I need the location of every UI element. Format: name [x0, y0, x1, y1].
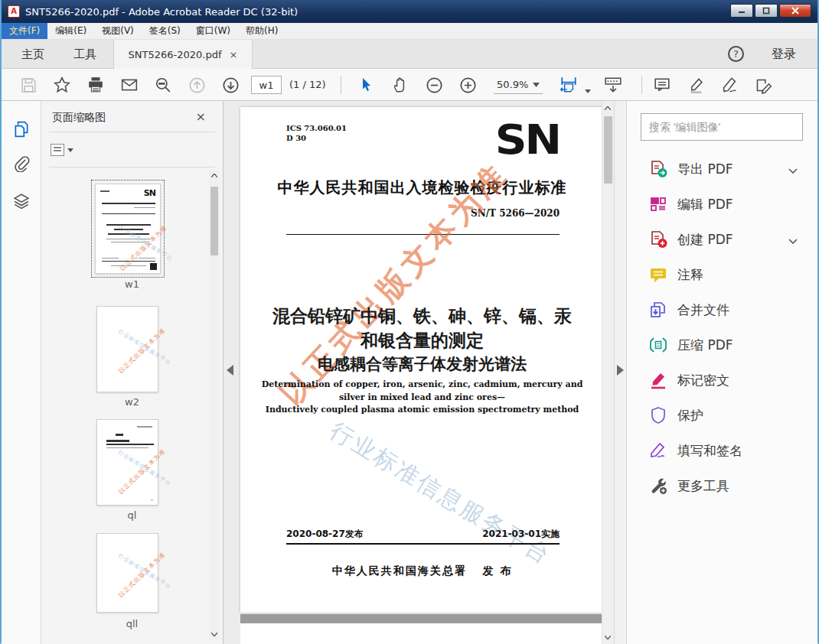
- document-scrollbar[interactable]: [602, 101, 613, 644]
- hand-tool-icon[interactable]: [390, 75, 410, 95]
- page-thumbnails-panel-icon[interactable]: [11, 119, 31, 139]
- ics-code: ICS 73.060.01 D 30: [286, 124, 347, 143]
- doc-title-english1: Determination of copper, iron, arsenic, …: [240, 379, 604, 389]
- thumbnail-page-4[interactable]: 以正式出版文本为准 行业标准信息服务平台: [96, 533, 158, 613]
- watermark-blue: 行业标准信息服务平台: [324, 415, 556, 572]
- thumbnails-panel-close-icon[interactable]: ×: [196, 109, 206, 124]
- fill-sign-tool-icon[interactable]: [719, 75, 739, 95]
- tool-fill-sign[interactable]: 填写和签名: [627, 433, 817, 468]
- more-tools-toolbar-icon[interactable]: [753, 75, 773, 95]
- standard-heading: 中华人民共和国出入境检验检疫行业标准: [240, 177, 604, 198]
- next-page-icon[interactable]: [220, 75, 240, 95]
- favorite-star-icon[interactable]: [52, 75, 72, 95]
- tab-tools[interactable]: 工具: [66, 40, 104, 69]
- zoom-in-icon[interactable]: [458, 75, 478, 95]
- compress-pdf-icon: [648, 335, 668, 355]
- menu-file[interactable]: 文件(F): [2, 23, 47, 39]
- scrollbar-thumb[interactable]: [604, 116, 612, 184]
- page-number-input[interactable]: [251, 76, 282, 94]
- tool-combine-files[interactable]: 合并文件: [627, 292, 817, 327]
- publisher-line: 中华人民共和国海关总署 发 布: [240, 564, 604, 578]
- menu-help[interactable]: 帮助(H): [238, 23, 286, 39]
- scrollbar-thumb[interactable]: [210, 187, 218, 255]
- collapse-left-panel-icon[interactable]: [227, 365, 233, 376]
- menu-window[interactable]: 窗口(W): [188, 23, 238, 39]
- tool-export-pdf[interactable]: 导出 PDF: [627, 151, 817, 187]
- thumbnail-page-3[interactable]: 以正式出版文本为准 行业标准信息服务平台: [96, 419, 158, 506]
- thumbnail-page-1[interactable]: SN 以正式出版文本为准 行业标准信息服务平台: [95, 184, 161, 274]
- create-pdf-icon: [648, 229, 668, 249]
- thumbnails-options-button[interactable]: [51, 141, 77, 159]
- expand-right-panel-icon[interactable]: [617, 365, 624, 376]
- thumbnail-label: qll: [41, 618, 223, 629]
- issue-date: 2020-08-27发布: [286, 528, 364, 541]
- thumbnails-panel: 页面缩略图 × SN 以正式出版文本为准: [41, 101, 224, 644]
- menu-sign[interactable]: 签名(S): [142, 23, 188, 39]
- page-separator: [240, 614, 604, 623]
- fit-width-chevron-icon[interactable]: [585, 82, 591, 96]
- sn-logo: SN: [495, 119, 560, 160]
- previous-page-icon[interactable]: [187, 75, 207, 95]
- scroll-up-icon[interactable]: [602, 104, 613, 112]
- zoom-out-icon[interactable]: [424, 75, 444, 95]
- fill-sign-icon: [648, 441, 668, 460]
- tool-compress-pdf[interactable]: 压缩 PDF: [627, 327, 817, 363]
- tools-search-input[interactable]: [641, 113, 803, 141]
- tab-document[interactable]: SNT5266-2020.pdf ×: [113, 40, 253, 69]
- login-button[interactable]: 登录: [772, 47, 796, 63]
- minimize-button[interactable]: [730, 4, 753, 18]
- tool-more-tools[interactable]: 更多工具: [627, 468, 817, 503]
- thumbnails-panel-title: 页面缩略图: [52, 111, 106, 125]
- fit-width-icon[interactable]: [559, 75, 579, 95]
- thumbnail-label: ql: [41, 509, 223, 521]
- menu-view[interactable]: 视图(V): [94, 23, 142, 39]
- tool-edit-pdf[interactable]: 编辑 PDF: [627, 187, 817, 222]
- comment-icon: [648, 265, 668, 285]
- layers-panel-icon[interactable]: [11, 191, 31, 211]
- menu-edit[interactable]: 编辑(E): [47, 23, 94, 39]
- help-icon[interactable]: ?: [728, 46, 744, 62]
- protect-icon: [648, 405, 668, 425]
- export-pdf-icon: [648, 159, 668, 179]
- scroll-up-icon[interactable]: [209, 171, 220, 179]
- close-button[interactable]: [779, 4, 811, 18]
- tab-bar: 主页 工具 SNT5266-2020.pdf × ? 登录: [2, 40, 817, 69]
- scroll-down-icon[interactable]: [602, 633, 613, 641]
- thumbnails-scrollbar[interactable]: [209, 170, 220, 639]
- left-rail: [2, 101, 41, 644]
- thumbnail-label: w2: [41, 396, 223, 408]
- doc-dates: 2020-08-27发布 2021-03-01实施: [286, 528, 560, 541]
- chevron-down-icon[interactable]: [788, 233, 798, 247]
- comment-tool-icon[interactable]: [652, 75, 672, 95]
- title-bar: A SNT5266-2020.pdf - Adobe Acrobat Reade…: [2, 0, 817, 23]
- tool-create-pdf[interactable]: 创建 PDF: [627, 222, 817, 257]
- highlight-tool-icon[interactable]: [686, 75, 706, 95]
- document-area: ICS 73.060.01 D 30 SN 中华人民共和国出入境检验检疫行业标准…: [224, 101, 626, 644]
- print-icon[interactable]: [86, 75, 106, 95]
- app-window: A SNT5266-2020.pdf - Adobe Acrobat Reade…: [0, 0, 819, 644]
- zoom-level-select[interactable]: 50.9%: [494, 76, 543, 94]
- select-tool-icon[interactable]: [357, 75, 377, 95]
- chevron-down-icon[interactable]: [788, 162, 798, 177]
- more-tools-icon: [648, 476, 668, 496]
- tool-protect[interactable]: 保护: [627, 398, 817, 433]
- toolbar: (1 / 12) 50.9%: [2, 69, 817, 101]
- tab-document-label: SNT5266-2020.pdf: [129, 49, 222, 60]
- reading-mode-icon[interactable]: [603, 75, 623, 95]
- email-icon[interactable]: [119, 75, 139, 95]
- thumbnail-options-icon: [51, 144, 64, 156]
- doc-title-english2: silver in mixed lead and zinc ores—: [240, 392, 604, 402]
- thumbnail-page-2[interactable]: 以正式出版文本为准 行业标准信息服务平台: [96, 306, 158, 392]
- find-icon[interactable]: [153, 75, 173, 95]
- menu-bar: 文件(F) 编辑(E) 视图(V) 签名(S) 窗口(W) 帮助(H): [2, 23, 817, 40]
- zoom-level-value: 50.9%: [497, 79, 528, 90]
- tool-redact[interactable]: 标记密文: [627, 363, 817, 398]
- tab-home[interactable]: 主页: [14, 40, 52, 69]
- doc-title-line1: 混合铅锌矿中铜、铁、砷、锌、镉、汞: [240, 304, 604, 328]
- attachments-panel-icon[interactable]: [11, 154, 31, 174]
- scroll-down-icon[interactable]: [209, 630, 220, 638]
- save-icon[interactable]: [18, 75, 38, 95]
- tool-comment[interactable]: 注释: [627, 257, 817, 292]
- maximize-button[interactable]: [755, 4, 778, 18]
- tab-close-icon[interactable]: ×: [230, 49, 238, 60]
